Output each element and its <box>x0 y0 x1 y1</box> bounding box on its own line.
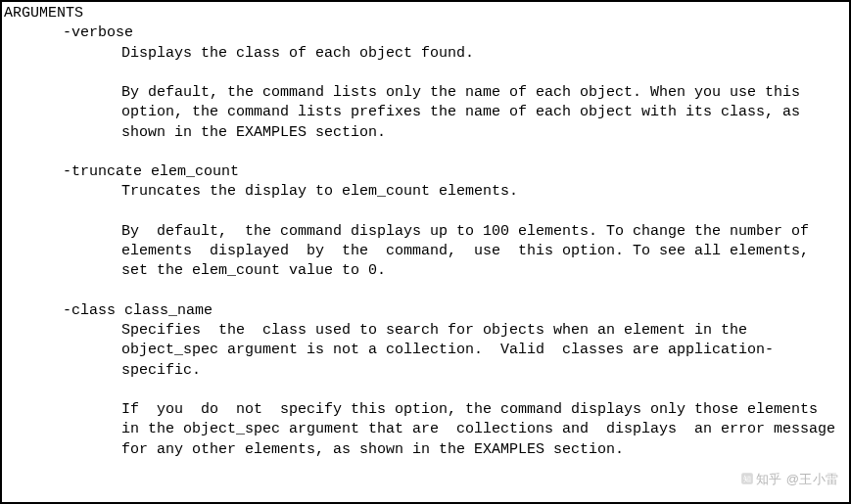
argument-description: By default, the command displays up to 1… <box>121 222 839 282</box>
svg-text:知: 知 <box>743 475 751 483</box>
argument-name: -class class_name <box>63 301 843 321</box>
watermark: 知知乎 @王小雷 <box>740 471 839 488</box>
argument-name: -verbose <box>63 23 843 43</box>
manpage-frame: ARGUMENTS -verbose Displays the class of… <box>0 0 851 504</box>
argument-description: Truncates the display to elem_count elem… <box>121 182 839 202</box>
argument-description: If you do not specify this option, the c… <box>121 400 839 460</box>
argument-block: -truncate elem_count Truncates the displ… <box>4 162 843 282</box>
svg-rect-0 <box>741 474 753 485</box>
blank-line <box>4 381 843 400</box>
argument-description: Specifies the class used to search for o… <box>121 321 839 381</box>
argument-description: Displays the class of each object found. <box>121 44 839 64</box>
blank-line <box>4 143 843 162</box>
argument-description: By default, the command lists only the n… <box>121 83 839 143</box>
blank-line <box>4 282 843 301</box>
argument-block: -class class_name Specifies the class us… <box>4 301 843 460</box>
watermark-text: 知乎 @王小雷 <box>756 472 839 486</box>
argument-block: -verbose Displays the class of each obje… <box>4 23 843 143</box>
blank-line <box>4 64 843 83</box>
argument-name: -truncate elem_count <box>63 162 843 182</box>
blank-line <box>4 203 843 222</box>
zhihu-icon: 知 <box>740 472 754 485</box>
section-header: ARGUMENTS <box>4 4 843 23</box>
